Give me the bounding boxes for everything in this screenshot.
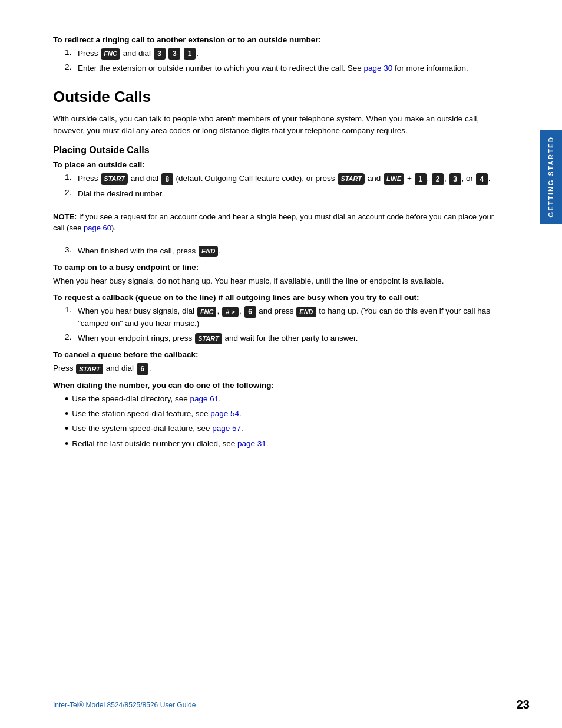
place-step-3-num: 3. (65, 245, 74, 254)
footer-left-text: Inter-Tel® Model 8524/8525/8526 User Gui… (53, 701, 196, 709)
cancel-heading: To cancel a queue before the callback: (53, 350, 503, 359)
place-call-steps: 1. Press START and dial 8 (default Outgo… (53, 173, 503, 200)
bullet-2: • Use the station speed-dial feature, se… (65, 408, 503, 420)
key-8: 8 (161, 173, 173, 185)
bullet-1-text: Use the speed-dial directory, see page 6… (72, 393, 221, 405)
redirect-heading: To redirect a ringing call to another ex… (53, 35, 503, 44)
bullet-3: • Use the system speed-dial feature, see… (65, 423, 503, 434)
key-4a: 4 (476, 173, 488, 185)
bullet-dot-4: • (65, 439, 68, 449)
camp-text: When you hear busy signals, do not hang … (53, 275, 503, 287)
start-key-1: START (101, 173, 128, 185)
side-tab: GETTING STARTED (540, 130, 562, 224)
redirect-step-1: 1. Press FNC and dial 3 3 1. (65, 48, 503, 60)
callback-steps: 1. When you hear busy signals, dial FNC,… (53, 305, 503, 344)
key-6a: 6 (244, 306, 256, 318)
side-tab-text: GETTING STARTED (547, 136, 554, 218)
bullet-4-text: Redial the last outside number you diale… (72, 438, 268, 450)
callback-step-1: 1. When you hear busy signals, dial FNC,… (65, 305, 503, 330)
end-key-2: END (296, 307, 316, 318)
redirect-step-2-content: Enter the extension or outside number to… (78, 62, 503, 74)
place-step-1-content: Press START and dial 8 (default Outgoing… (78, 173, 503, 185)
note-text: NOTE: If you see a request for an accoun… (53, 211, 503, 234)
redirect-step-2: 2. Enter the extension or outside number… (65, 62, 503, 74)
callback-step-2-num: 2. (65, 332, 74, 341)
redirect-page30-link[interactable]: page 30 (364, 64, 393, 73)
place-call-heading: To place an outside call: (53, 160, 503, 169)
bullet-dot-1: • (65, 394, 68, 404)
place-step-1: 1. Press START and dial 8 (default Outgo… (65, 173, 503, 185)
redirect-step-2-num: 2. (65, 62, 74, 71)
dialing-bullets: • Use the speed-dial directory, see page… (53, 393, 503, 450)
page-number: 23 (517, 698, 530, 711)
end-key-1: END (199, 246, 218, 257)
place-step-2: 2. Dial the desired number. (65, 188, 503, 200)
bullet-1: • Use the speed-dial directory, see page… (65, 393, 503, 405)
place-step-1-num: 1. (65, 173, 74, 182)
line-key: LINE (384, 173, 404, 185)
redirect-step-1-content: Press FNC and dial 3 3 1. (78, 48, 503, 60)
footer: Inter-Tel® Model 8524/8525/8526 User Gui… (0, 694, 562, 711)
bullet-4: • Redial the last outside number you dia… (65, 438, 503, 450)
placing-outside-calls-heading: Placing Outside Calls (53, 145, 503, 156)
link-page31[interactable]: page 31 (237, 439, 266, 448)
hash-key: # > (222, 307, 239, 318)
redirect-steps: 1. Press FNC and dial 3 3 1. 2. Enter th… (53, 48, 503, 75)
bullet-dot-3: • (65, 423, 68, 434)
fnc-key-callback: FNC (197, 307, 217, 318)
start-key-cancel: START (76, 364, 103, 375)
callback-heading: To request a callback (queue on to the l… (53, 293, 503, 302)
key-3c: 3 (449, 173, 461, 185)
key-6b: 6 (137, 363, 148, 375)
callback-step-1-content: When you hear busy signals, dial FNC, # … (78, 305, 503, 330)
redirect-section: To redirect a ringing call to another ex… (53, 35, 503, 75)
key-3a: 3 (154, 48, 166, 60)
note-box: NOTE: If you see a request for an accoun… (53, 206, 503, 239)
key-1a: 1 (184, 48, 196, 60)
camp-heading: To camp on to a busy endpoint or line: (53, 263, 503, 272)
key-3b: 3 (168, 48, 180, 60)
note-label: NOTE: (53, 212, 77, 221)
place-step-3-content: When finished with the call, press END. (78, 245, 503, 257)
note-page60-link[interactable]: page 60 (84, 223, 111, 232)
fnc-key-redirect: FNC (101, 48, 120, 60)
start-key-2: START (338, 173, 365, 185)
dialing-heading: When dialing the number, you can do one … (53, 381, 503, 390)
place-step-3: 3. When finished with the call, press EN… (65, 245, 503, 257)
outside-calls-heading: Outside Calls (53, 88, 503, 106)
place-step-2-num: 2. (65, 188, 74, 197)
callback-step-2: 2. When your endpoint rings, press START… (65, 332, 503, 344)
link-page57[interactable]: page 57 (212, 424, 241, 433)
bullet-2-text: Use the station speed-dial feature, see … (72, 408, 241, 420)
place-step-3-list: 3. When finished with the call, press EN… (53, 245, 503, 257)
page-container: GETTING STARTED To redirect a ringing ca… (0, 0, 562, 728)
key-2a: 2 (432, 173, 444, 185)
bullet-3-text: Use the system speed-dial feature, see p… (72, 423, 243, 434)
callback-step-2-content: When your endpoint rings, press START an… (78, 332, 503, 344)
place-step-2-content: Dial the desired number. (78, 188, 503, 200)
link-page54[interactable]: page 54 (210, 409, 239, 418)
redirect-step-1-num: 1. (65, 48, 74, 57)
cancel-text: Press START and dial 6. (53, 363, 503, 374)
callback-step-1-num: 1. (65, 305, 74, 314)
bullet-dot-2: • (65, 409, 68, 419)
outside-calls-intro: With outside calls, you can talk to peop… (53, 113, 503, 137)
start-key-3: START (195, 333, 222, 344)
key-1b: 1 (415, 173, 427, 185)
main-content: To redirect a ringing call to another ex… (53, 35, 503, 450)
link-page61[interactable]: page 61 (190, 394, 219, 403)
